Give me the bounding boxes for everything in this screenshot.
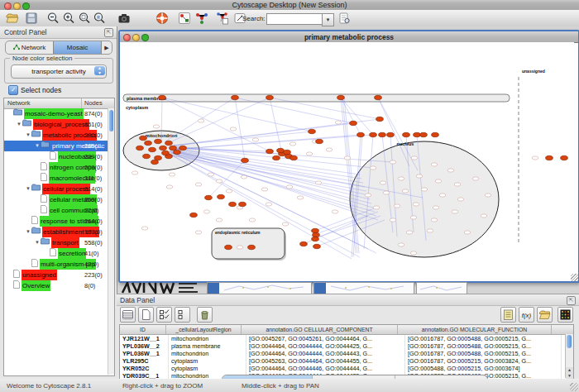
node-unselected[interactable]: [169, 173, 175, 176]
create-network-icon[interactable]: [195, 12, 208, 25]
node-unselected[interactable]: [447, 169, 454, 172]
notepad-icon[interactable]: [500, 307, 516, 323]
nucleus-region[interactable]: [350, 141, 499, 257]
edge[interactable]: [168, 98, 270, 143]
edge[interactable]: [162, 98, 312, 131]
zoom-in-icon[interactable]: [62, 12, 75, 25]
node-unselected[interactable]: [398, 177, 404, 180]
node-selected[interactable]: [312, 228, 319, 232]
edge[interactable]: [270, 98, 282, 154]
tree-row[interactable]: ▼cellular process614(0): [4, 184, 114, 194]
node-unselected[interactable]: [435, 179, 442, 183]
search-input[interactable]: [266, 13, 323, 25]
table-row[interactable]: YJR121W__1mitochondrion[GO:0045267, GO:0…: [120, 335, 573, 342]
tree-row[interactable]: macromolecule311(0): [4, 173, 114, 184]
node-unselected[interactable]: [166, 185, 173, 189]
node-unselected[interactable]: [203, 210, 210, 213]
network-view-titlebar[interactable]: primary metabolic process: [120, 31, 578, 43]
new-attribute-icon[interactable]: [138, 307, 154, 323]
tree-row[interactable]: secretion41(0): [4, 248, 114, 259]
window-resize-grip[interactable]: [570, 383, 578, 391]
node-selected[interactable]: [312, 237, 319, 241]
node-unselected[interactable]: [380, 181, 386, 184]
expand-arrow-icon[interactable]: ▼: [25, 229, 31, 234]
node-selected[interactable]: [248, 245, 256, 249]
tree-scroll-thumb[interactable]: [109, 110, 113, 131]
node-unselected[interactable]: [226, 189, 232, 193]
node-selected[interactable]: [170, 146, 177, 150]
float-panel-icon[interactable]: ⇱: [104, 28, 113, 37]
node-selected[interactable]: [337, 95, 345, 99]
node-unselected[interactable]: [406, 231, 413, 234]
node-unselected[interactable]: [306, 152, 313, 155]
tab-network[interactable]: Network: [6, 41, 53, 54]
node-selected[interactable]: [140, 136, 147, 140]
node-selected[interactable]: [229, 202, 237, 206]
node-unselected[interactable]: [332, 210, 338, 213]
node-selected[interactable]: [370, 132, 377, 136]
node-unselected[interactable]: [153, 125, 160, 128]
node-selected[interactable]: [309, 129, 316, 133]
node-unselected[interactable]: [410, 216, 417, 219]
node-selected[interactable]: [277, 148, 285, 152]
tab-overflow-icon[interactable]: ▶: [102, 41, 112, 54]
node-unselected[interactable]: [208, 173, 214, 176]
node-selected[interactable]: [316, 139, 323, 143]
node-unselected[interactable]: [195, 231, 202, 234]
node-unselected[interactable]: [237, 246, 243, 249]
node-unselected[interactable]: [454, 183, 461, 186]
expand-arrow-icon[interactable]: ▼: [16, 122, 22, 127]
tab-mosaic[interactable]: Mosaic: [53, 41, 102, 54]
node-selected[interactable]: [242, 158, 249, 162]
node-selected[interactable]: [403, 132, 410, 136]
node-selected[interactable]: [136, 146, 144, 150]
table-column-header[interactable]: annotation.GO CELLULAR_COMPONENT: [242, 325, 398, 334]
node-unselected[interactable]: [252, 138, 259, 141]
data-panel-float-icon[interactable]: ⇱: [567, 296, 576, 305]
table-row[interactable]: YKR052Ccytoplasm[GO:0044464, GO:0044446,…: [120, 365, 573, 372]
node-unselected[interactable]: [411, 156, 418, 160]
plasma-membrane-region[interactable]: [123, 94, 510, 102]
node-unselected[interactable]: [344, 156, 351, 160]
node-selected[interactable]: [232, 95, 239, 99]
tree-row[interactable]: ▼biological_process651(0): [4, 119, 114, 130]
table-row[interactable]: YLR295Ccytoplasm[GO:0045263, GO:0044464,…: [120, 357, 573, 365]
table-column-header[interactable]: _cellularLayoutRegion: [166, 325, 242, 334]
node-selected[interactable]: [266, 95, 274, 99]
node-unselected[interactable]: [457, 198, 464, 201]
function-builder-icon[interactable]: f(x): [519, 307, 534, 323]
tree-row[interactable]: response to stimulu264(0): [4, 216, 114, 227]
node-unselected[interactable]: [373, 206, 380, 209]
node-selected[interactable]: [561, 155, 568, 160]
tree-col-network[interactable]: Network: [4, 98, 82, 108]
help-icon[interactable]: [156, 12, 169, 25]
node-selected[interactable]: [159, 95, 166, 99]
node-unselected[interactable]: [230, 127, 237, 131]
node-unselected[interactable]: [282, 222, 289, 226]
table-row[interactable]: YPL036W__1mitochondrion[GO:0044464, GO:0…: [120, 350, 573, 357]
expand-arrow-icon[interactable]: ▼: [34, 143, 41, 148]
matrix-icon[interactable]: [557, 307, 573, 323]
node-selected[interactable]: [375, 95, 382, 99]
node-unselected[interactable]: [390, 160, 396, 164]
node-unselected[interactable]: [431, 163, 438, 166]
node-unselected[interactable]: [370, 166, 376, 170]
node-selected[interactable]: [162, 151, 170, 155]
select-attributes-icon[interactable]: [120, 307, 136, 323]
node-selected[interactable]: [432, 132, 439, 136]
expand-arrow-icon[interactable]: ▼: [34, 240, 41, 245]
unselect-all-icon[interactable]: [175, 307, 190, 323]
node-unselected[interactable]: [481, 214, 487, 218]
search-dropdown-icon[interactable]: ▼: [322, 13, 334, 26]
node-unselected[interactable]: [410, 251, 417, 255]
node-selected[interactable]: [149, 147, 156, 151]
node-unselected[interactable]: [431, 218, 438, 222]
tree-row[interactable]: unassigned223(0): [4, 270, 114, 280]
tree-row[interactable]: Overview8(0): [4, 280, 114, 291]
node-unselected[interactable]: [141, 227, 148, 230]
node-unselected[interactable]: [326, 148, 333, 151]
node-selected[interactable]: [179, 146, 187, 150]
node-selected[interactable]: [284, 150, 291, 154]
node-unselected[interactable]: [433, 206, 439, 209]
tree-row[interactable]: ▼metabolic process280(0): [4, 130, 114, 141]
